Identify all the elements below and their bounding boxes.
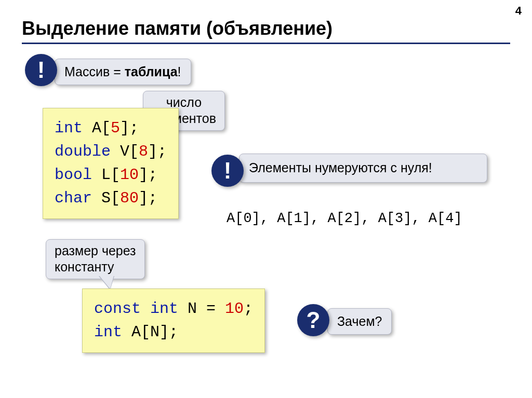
page-number: 4: [515, 4, 522, 18]
keyword: int: [94, 323, 122, 341]
number: 10: [225, 300, 244, 318]
keyword: const: [94, 300, 141, 318]
code-text: ];: [120, 119, 139, 137]
text-bold: таблица: [125, 64, 178, 79]
callout-tail: [99, 276, 114, 289]
exclamation-icon: !: [25, 54, 57, 86]
code-text: ;: [244, 300, 253, 318]
callout-array-table: Массив = таблица!: [55, 59, 191, 85]
keyword: int: [55, 119, 83, 137]
keyword: double: [55, 143, 111, 160]
number: 80: [120, 189, 139, 207]
code-text: N =: [178, 300, 225, 318]
slide-title: Выделение памяти (объявление): [22, 18, 332, 39]
code-text: ];: [139, 166, 157, 184]
callout-why: Зачем?: [327, 308, 392, 335]
keyword: char: [55, 189, 92, 207]
code-text: A[N];: [122, 323, 178, 341]
code-text: L[: [92, 166, 120, 184]
code-text: ];: [139, 189, 157, 207]
title-underline: [22, 43, 510, 44]
number: 5: [111, 119, 120, 137]
callout-zero-indexed: Элементы нумеруются с нуля!: [239, 154, 487, 183]
callout-const-size: размер через константу: [46, 239, 145, 279]
exclamation-icon: !: [211, 155, 244, 187]
code-block-const: const int N = 10; int A[N];: [82, 289, 265, 353]
number: 10: [120, 166, 139, 184]
text: !: [178, 64, 181, 79]
question-icon: ?: [297, 304, 329, 336]
code-text: ];: [148, 143, 167, 160]
code-text: [141, 300, 150, 318]
text: Массив =: [64, 64, 125, 79]
code-text: V[: [111, 143, 139, 160]
code-text: A[: [83, 119, 111, 137]
code-block-declarations: int A[5]; double V[8]; bool L[10]; char …: [43, 108, 179, 219]
keyword: int: [150, 300, 178, 318]
keyword: bool: [55, 166, 92, 184]
index-sequence: A[0], A[1], A[2], A[3], A[4]: [227, 211, 462, 226]
number: 8: [139, 143, 148, 160]
code-text: S[: [92, 189, 120, 207]
